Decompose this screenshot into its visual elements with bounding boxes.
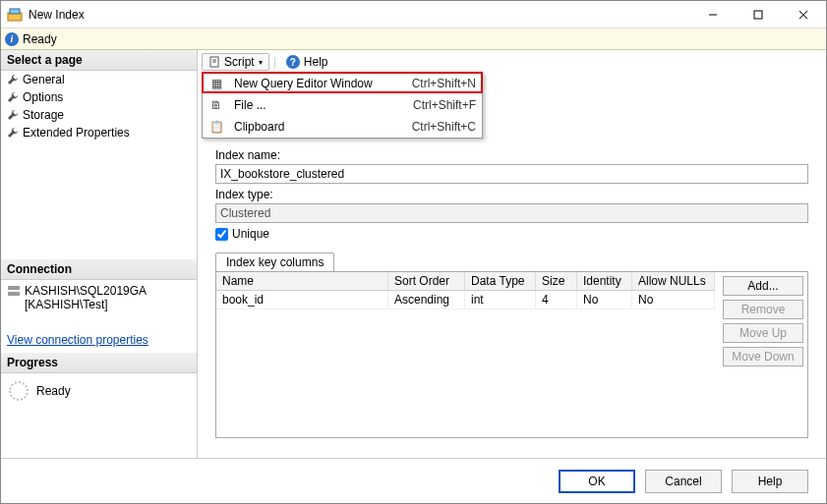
script-dropdown-button[interactable]: Script ▾ — [202, 53, 269, 71]
help-label: Help — [304, 55, 328, 69]
index-type-input — [215, 203, 808, 223]
key-columns-grid: Name Sort Order Data Type Size Identity … — [216, 272, 715, 437]
clipboard-icon: 📋 — [208, 120, 224, 134]
script-menu-clipboard[interactable]: 📋 Clipboard Ctrl+Shift+C — [203, 116, 482, 138]
maximize-button[interactable] — [736, 1, 781, 28]
page-general[interactable]: General — [1, 71, 197, 88]
script-label: Script — [224, 55, 255, 69]
page-label: Extended Properties — [23, 126, 130, 140]
status-text: Ready — [23, 32, 57, 46]
page-options[interactable]: Options — [1, 88, 197, 106]
help-button[interactable]: ? Help — [280, 54, 334, 70]
close-button[interactable] — [781, 1, 826, 28]
server-name: KASHISH\SQL2019GA — [25, 284, 147, 298]
window-title: New Index — [29, 8, 85, 22]
script-menu-file[interactable]: 🗎 File ... Ctrl+Shift+F — [203, 94, 482, 116]
right-panel: Script ▾ | ? Help ▦ New Query Editor Win… — [198, 50, 826, 458]
svg-rect-3 — [754, 11, 762, 19]
unique-checkbox[interactable] — [215, 228, 228, 241]
info-icon: i — [5, 32, 19, 46]
help-icon: ? — [286, 55, 300, 69]
ok-button[interactable]: OK — [559, 470, 635, 493]
new-index-dialog: New Index i Ready Select a page General … — [0, 0, 827, 504]
col-identity[interactable]: Identity — [577, 272, 632, 290]
tab-index-key-columns[interactable]: Index key columns — [215, 252, 334, 271]
col-name[interactable]: Name — [216, 272, 388, 290]
app-icon — [7, 7, 23, 23]
col-dtype[interactable]: Data Type — [465, 272, 536, 290]
move-up-button[interactable]: Move Up — [723, 323, 803, 343]
script-menu: ▦ New Query Editor Window Ctrl+Shift+N 🗎… — [202, 72, 483, 139]
wrench-icon — [7, 74, 19, 85]
cell-name: book_id — [216, 291, 388, 309]
page-extended-properties[interactable]: Extended Properties — [1, 124, 197, 141]
index-name-input[interactable] — [215, 164, 808, 184]
index-type-label: Index type: — [215, 188, 808, 201]
help-button-bottom[interactable]: Help — [732, 470, 808, 493]
script-menu-new-query[interactable]: ▦ New Query Editor Window Ctrl+Shift+N — [203, 73, 482, 94]
cell-size: 4 — [536, 291, 577, 309]
index-name-label: Index name: — [215, 148, 808, 162]
title-bar: New Index — [1, 1, 826, 28]
cancel-button[interactable]: Cancel — [645, 470, 722, 493]
svg-rect-6 — [8, 286, 20, 290]
progress-header: Progress — [1, 353, 197, 373]
database-name: [KASHISH\Test] — [25, 298, 147, 311]
remove-column-button[interactable]: Remove — [723, 300, 803, 319]
svg-rect-7 — [8, 292, 20, 296]
left-panel: Select a page General Options Storage Ex… — [1, 50, 198, 458]
wrench-icon — [7, 91, 19, 103]
connection-info: KASHISH\SQL2019GA [KASHISH\Test] — [1, 280, 197, 315]
cell-nulls: No — [632, 291, 715, 309]
wrench-icon — [7, 109, 19, 121]
page-label: Storage — [23, 108, 64, 122]
add-column-button[interactable]: Add... — [723, 276, 803, 296]
cell-identity: No — [577, 291, 632, 309]
page-storage[interactable]: Storage — [1, 106, 197, 124]
svg-rect-1 — [10, 9, 20, 14]
minimize-button[interactable] — [690, 1, 736, 28]
grid-row[interactable]: book_id Ascending int 4 No No — [216, 291, 715, 309]
view-connection-link[interactable]: View connection properties — [7, 333, 148, 347]
col-size[interactable]: Size — [536, 272, 577, 290]
select-page-header: Select a page — [1, 50, 197, 71]
cell-dtype: int — [465, 291, 536, 309]
connection-header: Connection — [1, 259, 197, 280]
progress-text: Ready — [36, 384, 71, 398]
dialog-button-bar: OK Cancel Help — [1, 458, 826, 503]
chevron-down-icon: ▾ — [259, 58, 263, 67]
file-icon: 🗎 — [208, 98, 224, 112]
unique-label: Unique — [232, 227, 269, 241]
page-label: General — [23, 73, 65, 86]
move-down-button[interactable]: Move Down — [723, 347, 803, 366]
col-nulls[interactable]: Allow NULLs — [632, 272, 715, 290]
right-toolbar: Script ▾ | ? Help — [198, 50, 826, 74]
page-label: Options — [23, 90, 63, 104]
new-query-icon: ▦ — [208, 77, 224, 90]
progress-ring-icon — [9, 381, 29, 401]
cell-sort: Ascending — [388, 291, 465, 309]
status-strip: i Ready — [1, 28, 826, 50]
server-icon — [7, 284, 21, 298]
wrench-icon — [7, 127, 19, 139]
script-icon — [208, 56, 220, 68]
col-sort[interactable]: Sort Order — [388, 272, 465, 290]
